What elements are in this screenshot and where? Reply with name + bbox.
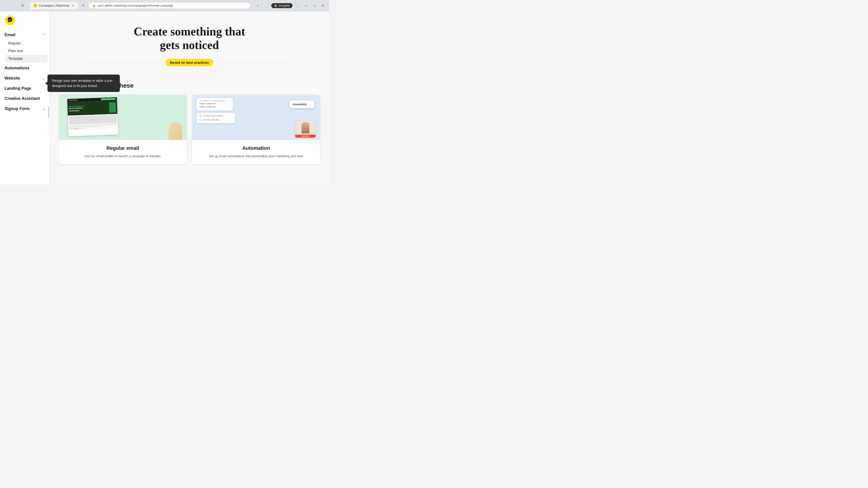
sidebar-item-regular[interactable]: Regular [5, 39, 48, 47]
address-bar[interactable]: 🔒 us21.admin.mailchimp.com/campaigns/#/c… [88, 2, 250, 9]
browser-actions: ☆ ⬜ 🕵 Incognito ⋮ [254, 2, 301, 9]
regular-email-card[interactable]: Email Editor Set Dynamic Content SEEDLIN… [59, 95, 187, 164]
sidebar-landing-page-label: Landing Page [4, 86, 31, 91]
email-sub-items: Regular Plain text Template [2, 39, 48, 63]
reload-button[interactable]: ↻ [19, 2, 26, 9]
sidebar-item-website[interactable]: Website ⌄ [2, 74, 48, 83]
automation-card-body: Automation Set up email automations that… [192, 140, 320, 164]
app-layout: ‹ Email ⌃ Regular Pla [0, 11, 329, 184]
sidebar: ‹ Email ⌃ Regular Pla [0, 11, 50, 184]
new-tab-button[interactable]: + [80, 2, 87, 9]
restore-button[interactable]: □ [311, 2, 318, 9]
incognito-indicator: 🕵 Incognito [271, 3, 292, 8]
tooltip-box: Design your own template or tailor a pre… [48, 74, 120, 92]
forward-button[interactable]: → [11, 2, 18, 9]
divider-line-right [218, 62, 291, 63]
svg-point-2 [8, 19, 9, 20]
best-practices-badge: Based on best practices [165, 59, 214, 66]
signup-chevron-down-icon: ⌄ [42, 107, 45, 111]
sidebar-automations-label: Automations [4, 66, 29, 70]
hand-illustration [168, 122, 182, 140]
hero-title: Create something that gets noticed [59, 25, 320, 52]
email-form-mockup: To Segment or Customer Name Subject: Sub… [197, 98, 233, 111]
tab-favicon [33, 4, 37, 7]
automation-card[interactable]: To Segment or Customer Name Subject: Sub… [192, 95, 320, 164]
automation-steps-card: ✓ Customer buys a product → Gets first e… [197, 113, 235, 123]
main-content: Create something that gets noticed Based… [50, 11, 329, 184]
minimize-button[interactable]: — [303, 2, 310, 9]
hero-divider: Based on best practices [88, 59, 291, 66]
regular-email-card-title: Regular email [64, 145, 181, 151]
tooltip-container: Design your own template or tailor a pre… [48, 74, 120, 92]
cards-row: Email Editor Set Dynamic Content SEEDLIN… [50, 95, 329, 173]
hero-section: Create something that gets noticed Based… [50, 11, 329, 82]
svg-point-3 [10, 19, 11, 20]
sidebar-item-email[interactable]: Email ⌃ [2, 30, 48, 39]
bookmark-button[interactable]: ☆ [254, 2, 261, 9]
automation-card-desc: Set up email automations that personaliz… [197, 154, 315, 159]
chevron-down-icon: ⌄ [42, 76, 45, 80]
incognito-icon: 🕵 [274, 4, 277, 7]
sidebar-email-label: Email [4, 33, 16, 37]
sidebar-website-label: Website [4, 76, 20, 80]
back-button[interactable]: ← [3, 2, 10, 9]
sidebar-item-template[interactable]: Template [5, 55, 48, 63]
regular-email-card-body: Regular email Use our email builder to l… [59, 140, 187, 164]
product-card-mockup: Shop Now [295, 121, 315, 138]
sidebar-item-automations[interactable]: Automations [2, 64, 48, 73]
more-options-button[interactable]: ⋮ [294, 2, 301, 9]
sidebar-signup-form-label: Signup Form [4, 106, 30, 111]
sidebar-item-creative-assistant[interactable]: Creative Assistant [2, 94, 48, 103]
divider-line-left [88, 62, 161, 63]
incognito-label: Incognito [279, 4, 290, 7]
regular-email-preview: Email Editor Set Dynamic Content SEEDLIN… [59, 95, 187, 140]
sidebar-nav: Email ⌃ Regular Plain text Template Auto… [0, 30, 50, 184]
automation-card-title: Automation [197, 145, 315, 151]
tab-close-button[interactable]: ✕ [71, 4, 75, 7]
tooltip-arrow [45, 82, 48, 85]
tab-title: Campaigns | Mailchimp [39, 4, 69, 7]
sidebar-back-button[interactable]: ‹ [2, 16, 8, 22]
close-window-button[interactable]: ✕ [319, 2, 327, 9]
browser-tab[interactable]: Campaigns | Mailchimp ✕ [30, 2, 79, 9]
sidebar-item-plain-text[interactable]: Plain text [5, 47, 48, 55]
email-editor-mockup: Email Editor Set Dynamic Content SEEDLIN… [67, 97, 118, 136]
nav-section-email: Email ⌃ Regular Plain text Template [2, 30, 48, 63]
sidebar-item-signup-form[interactable]: Signup Form ⌄ [2, 104, 48, 113]
window-controls: — □ ✕ [303, 2, 327, 9]
chevron-up-icon: ⌃ [42, 33, 45, 37]
sidebar-item-landing-page[interactable]: Landing Page [2, 84, 48, 93]
regular-email-card-desc: Use our email builder to launch a campai… [64, 154, 181, 159]
sidebar-creative-assistant-label: Creative Assistant [4, 96, 40, 101]
hero-title-line1: Create something that [134, 25, 245, 38]
url-text: us21.admin.mailchimp.com/campaigns/#/cre… [97, 4, 173, 7]
tooltip-text: Design your own template or tailor a pre… [52, 78, 113, 88]
browser-chrome: ← → ↻ Campaigns | Mailchimp ✕ + 🔒 us21.a… [0, 0, 329, 11]
assembly-card: Assembly [289, 100, 314, 108]
automation-preview: To Segment or Customer Name Subject: Sub… [192, 95, 320, 140]
browser-nav-controls: ← → ↻ [3, 2, 26, 9]
hero-title-line2: gets noticed [160, 39, 219, 52]
browser-profile-button[interactable]: ⬜ [263, 2, 270, 9]
lock-icon: 🔒 [92, 4, 96, 7]
sidebar-scroll-indicator [48, 107, 49, 118]
